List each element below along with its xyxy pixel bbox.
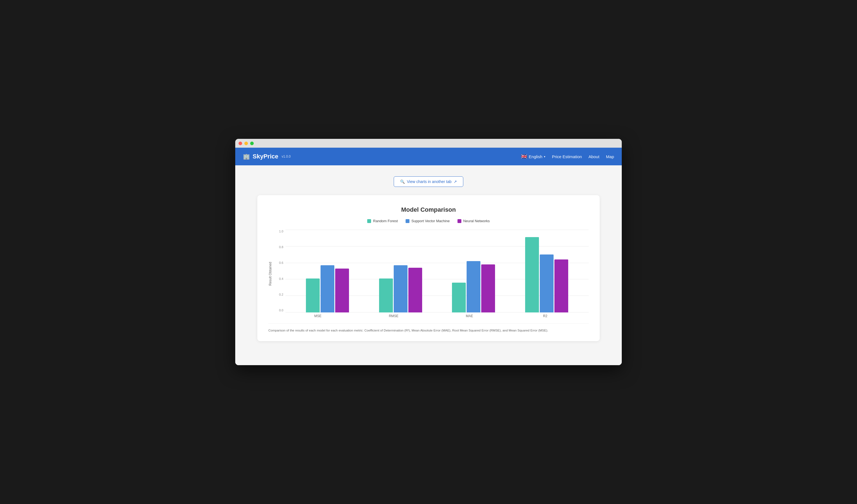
y-tick-10: 1.0 bbox=[274, 230, 283, 233]
minimize-button[interactable] bbox=[244, 141, 248, 145]
legend-label-svm: Support Vector Machine bbox=[411, 219, 450, 223]
bar-mse-2 bbox=[335, 269, 349, 313]
bar-rmse-2 bbox=[408, 268, 422, 313]
chart-footnote: Comparison of the results of each model … bbox=[268, 323, 589, 333]
bar-r2-2 bbox=[554, 259, 568, 313]
bar-mae-2 bbox=[481, 265, 495, 313]
legend-label-nn: Neural Networks bbox=[463, 219, 490, 223]
brand: 🏢 SkyPrice v1.0.0 bbox=[243, 153, 291, 160]
bar-mse-0 bbox=[306, 279, 320, 313]
nav-links: 🇬🇧 English ▾ Price Estimation About Map bbox=[521, 153, 614, 159]
bar-group-r2 bbox=[510, 230, 583, 313]
main-content: 🔍 View charts in another tab ↗ Model Com… bbox=[235, 165, 622, 365]
maximize-button[interactable] bbox=[250, 141, 254, 145]
bars-container bbox=[285, 230, 589, 313]
close-button[interactable] bbox=[238, 141, 242, 145]
legend-item-svm: Support Vector Machine bbox=[406, 219, 450, 223]
y-tick-6: 0.6 bbox=[274, 261, 283, 265]
titlebar bbox=[235, 139, 622, 148]
bar-mse-1 bbox=[321, 265, 334, 313]
view-charts-button[interactable]: 🔍 View charts in another tab ↗ bbox=[394, 177, 464, 187]
bar-group-mse bbox=[291, 230, 364, 313]
x-axis: MSERMSEMAER2 bbox=[274, 313, 589, 318]
x-tick-mae: MAE bbox=[432, 314, 507, 318]
external-link-icon: ↗ bbox=[454, 180, 457, 184]
x-tick-r2: R2 bbox=[507, 314, 583, 318]
legend-swatch-rf bbox=[367, 219, 371, 223]
brand-version: v1.0.0 bbox=[282, 155, 291, 158]
y-tick-2: 0.2 bbox=[274, 293, 283, 296]
brand-icon: 🏢 bbox=[243, 153, 250, 160]
bar-r2-0 bbox=[525, 237, 539, 313]
view-charts-label: View charts in another tab bbox=[407, 180, 452, 184]
language-selector[interactable]: 🇬🇧 English ▾ bbox=[521, 153, 545, 159]
view-charts-button-container: 🔍 View charts in another tab ↗ bbox=[257, 177, 600, 187]
bar-mae-0 bbox=[452, 283, 466, 313]
chart-with-axes: 0.0 0.2 0.4 0.6 0.8 1.0 bbox=[274, 230, 589, 318]
legend-swatch-svm bbox=[406, 219, 409, 223]
y-ticks: 0.0 0.2 0.4 0.6 0.8 1.0 bbox=[274, 230, 283, 313]
chart-plot: 0.0 0.2 0.4 0.6 0.8 1.0 bbox=[274, 230, 589, 313]
chart-legend: Random Forest Support Vector Machine Neu… bbox=[268, 219, 589, 223]
app-window: 🏢 SkyPrice v1.0.0 🇬🇧 English ▾ Price Est… bbox=[235, 139, 622, 365]
brand-title: SkyPrice bbox=[253, 153, 278, 160]
y-tick-4: 0.4 bbox=[274, 277, 283, 281]
nav-link-price-estimation[interactable]: Price Estimation bbox=[552, 154, 582, 159]
legend-swatch-nn bbox=[457, 219, 461, 223]
nav-link-map[interactable]: Map bbox=[606, 154, 614, 159]
y-axis-label: Result Obtained bbox=[268, 230, 272, 318]
y-tick-8: 0.8 bbox=[274, 246, 283, 249]
bar-rmse-1 bbox=[394, 265, 407, 313]
chart-bars-area bbox=[285, 230, 589, 313]
bar-r2-1 bbox=[540, 254, 554, 313]
chevron-down-icon: ▾ bbox=[544, 155, 545, 158]
navbar: 🏢 SkyPrice v1.0.0 🇬🇧 English ▾ Price Est… bbox=[235, 148, 622, 165]
legend-item-nn: Neural Networks bbox=[457, 219, 490, 223]
chart-area: Result Obtained 0.0 0.2 0.4 0.6 0.8 1.0 bbox=[268, 230, 589, 318]
y-tick-0: 0.0 bbox=[274, 308, 283, 312]
legend-item-rf: Random Forest bbox=[367, 219, 398, 223]
search-icon: 🔍 bbox=[400, 180, 405, 184]
x-tick-mse: MSE bbox=[280, 314, 356, 318]
bar-mae-1 bbox=[467, 261, 481, 313]
nav-link-about[interactable]: About bbox=[589, 154, 600, 159]
chart-card: Model Comparison Random Forest Support V… bbox=[257, 195, 600, 341]
bar-group-mae bbox=[437, 230, 510, 313]
legend-label-rf: Random Forest bbox=[373, 219, 398, 223]
bar-group-rmse bbox=[364, 230, 437, 313]
flag-icon: 🇬🇧 bbox=[521, 153, 527, 159]
bar-rmse-0 bbox=[379, 279, 393, 313]
language-label: English bbox=[529, 154, 542, 159]
x-tick-rmse: RMSE bbox=[356, 314, 432, 318]
chart-title: Model Comparison bbox=[268, 206, 589, 213]
